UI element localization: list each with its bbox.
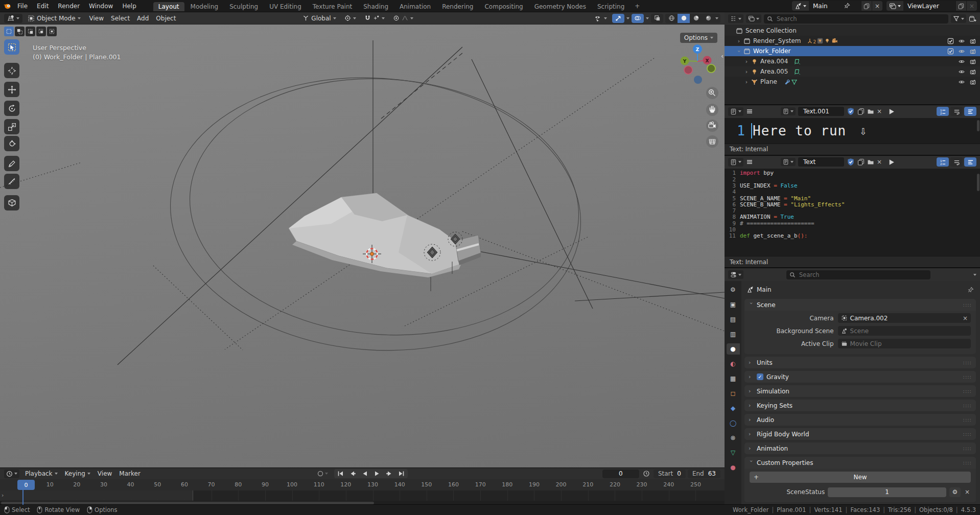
timeline-editor-type[interactable] [4,470,19,478]
cursor-tool[interactable] [4,63,19,78]
word-wrap-toggle[interactable] [950,107,963,116]
text1-scrollbar[interactable] [977,120,979,131]
unlink-scene-button[interactable]: × [872,1,882,11]
line-numbers-toggle[interactable]: 12 [937,107,949,116]
outliner-row-render_system[interactable]: ›Render_System2 [725,36,980,46]
prev-keyframe-button[interactable] [346,469,359,478]
properties-editor-type[interactable] [728,270,743,279]
text2-datablock-browse[interactable] [781,158,796,166]
camera-toggle[interactable] [970,58,976,65]
camera-toggle[interactable] [970,48,976,55]
jump-start-button[interactable] [334,469,346,478]
text1-name-field[interactable]: Text.001 [798,107,844,116]
options-dropdown[interactable]: Options [680,33,717,43]
copy-icon[interactable] [857,158,865,166]
code-line[interactable]: 11def get_scene_a_b(): [725,233,980,239]
custom-properties-header[interactable]: › Custom Properties :::: [744,457,976,469]
select-intersect-button[interactable] [47,27,57,36]
expand-arrow-icon[interactable]: › [743,68,750,75]
properties-search-input[interactable] [798,271,927,279]
menu-file[interactable]: File [13,2,32,11]
overlays-dropdown[interactable] [646,17,649,19]
properties-tab-modifiers[interactable]: ◆ [727,403,740,414]
select-extend-button[interactable] [15,27,25,36]
viewport-menu-object[interactable]: Object [152,14,179,23]
menu-burger-icon[interactable] [746,108,753,114]
scene-panel-header[interactable]: › Scene :::: [744,299,976,311]
timeline-scroll-thumb[interactable] [1,502,374,504]
timeline-ruler[interactable]: 1020304050607080901001101201301401501601… [0,479,725,490]
select-set-button[interactable] [4,27,14,36]
scenestatus-value-field[interactable]: 1 [828,487,946,497]
word-wrap-toggle[interactable] [950,157,963,167]
pin-icon[interactable] [967,287,974,293]
rotate-tool[interactable] [4,101,19,116]
text1-content[interactable]: Here to run [753,123,846,138]
timeline-menu-view[interactable]: View [94,469,115,478]
text2-editor-type[interactable] [728,158,743,167]
select-subtract-button[interactable] [26,27,35,36]
code-line[interactable]: 4 [725,189,980,195]
proportional-edit-toggle[interactable] [390,14,416,22]
scene-name-field[interactable]: Main [809,1,861,11]
gizmo-toggle[interactable] [612,14,624,23]
mode-dropdown[interactable]: Object Mode [25,14,84,23]
text1-body[interactable]: 1 Here to run ⇩ [725,118,980,144]
shading-wireframe-button[interactable] [665,14,678,23]
eye-toggle[interactable] [958,79,965,85]
text2-name-field[interactable]: Text [798,157,844,167]
outliner-search[interactable] [764,14,948,24]
run-script-button[interactable] [888,158,895,166]
properties-tab-collection[interactable]: ▦ [727,373,740,384]
panel-units[interactable]: ›Units:::: [744,357,976,368]
select-invert-button[interactable] [36,27,46,36]
eye-toggle[interactable] [958,38,965,44]
code-line[interactable]: 1import bpy [725,170,980,176]
pivot-dropdown[interactable] [341,14,359,22]
viewlayer-browse-button[interactable] [886,1,903,11]
code-line[interactable]: 8ANIMATION = True [725,214,980,220]
jump-end-button[interactable] [395,469,408,478]
edit-property-gear-button[interactable]: ⚙ [949,487,961,497]
shading-rendered-button[interactable] [702,14,714,23]
viewport-menu-view[interactable]: View [86,14,107,23]
expand-arrow-icon[interactable]: › [743,58,750,65]
annotate-tool[interactable] [4,156,19,171]
gizmo-dropdown[interactable] [626,17,629,19]
scene-browse-button[interactable] [792,1,809,11]
code-line[interactable]: 3USE_INDEX = False [725,182,980,189]
register-shield-icon[interactable] [847,158,855,166]
transform-tool[interactable] [4,136,19,151]
play-button[interactable] [371,469,383,478]
panel-audio[interactable]: ›Audio:::: [744,414,976,426]
code-line[interactable]: 6SCENE_B_NAME = "Lights_Effects" [725,201,980,207]
copy-icon[interactable] [857,108,865,115]
panel-simulation[interactable]: ›Simulation:::: [744,385,976,397]
delete-property-button[interactable]: × [964,488,971,496]
timeline-menu-playback[interactable]: Playback [21,469,61,478]
move-tool[interactable] [4,82,19,97]
clear-camera-icon[interactable]: × [963,315,968,322]
camera-toggle[interactable] [970,68,976,75]
camera-toggle[interactable] [970,38,976,44]
properties-tab-render[interactable]: ▣ [727,299,740,310]
editor-type-button[interactable] [4,14,22,23]
text1-editor-type[interactable] [728,107,743,116]
scale-tool[interactable] [4,119,19,134]
workspace-tab-texture-paint[interactable]: Texture Paint [308,2,357,11]
workspace-tab-rendering[interactable]: Rendering [437,2,478,11]
viewport-menu-select[interactable]: Select [107,14,133,23]
expand-arrow-icon[interactable]: › [735,48,742,55]
workspace-tab-modeling[interactable]: Modeling [185,2,224,11]
background-scene-field[interactable]: Scene [838,326,971,336]
blender-logo-icon[interactable] [3,3,12,10]
add-workspace-button[interactable]: + [631,2,644,11]
workspace-tab-geometry-nodes[interactable]: Geometry Nodes [529,2,591,11]
workspace-tab-scripting[interactable]: Scripting [592,2,629,11]
properties-tab-world[interactable]: ◐ [727,358,740,369]
shading-material-button[interactable] [690,14,702,23]
line-numbers-toggle[interactable]: 12 [937,157,949,167]
play-reverse-button[interactable] [359,469,371,478]
next-keyframe-button[interactable] [383,469,395,478]
properties-tab-constraints[interactable]: ⊗ [727,432,740,443]
